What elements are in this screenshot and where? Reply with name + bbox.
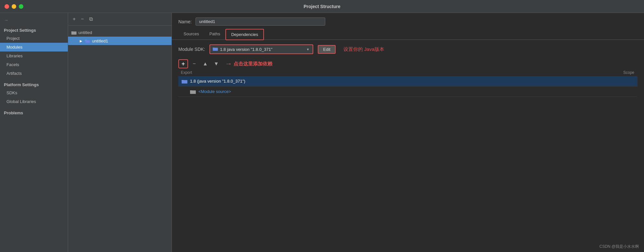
deps-up-button[interactable]: ▲ — [200, 59, 210, 68]
tree-add-button[interactable]: + — [71, 16, 77, 23]
deps-down-button[interactable]: ▼ — [211, 59, 221, 68]
deps-toolbar: + − ▲ ▼ → 点击这里添加依赖 — [172, 57, 644, 70]
sdk-label: Module SDK: — [178, 47, 205, 52]
scope-label: Scope — [623, 70, 638, 75]
deps-add-button[interactable]: + — [178, 59, 188, 68]
tree-item-untitled1[interactable]: ▶ untitled1 — [68, 37, 172, 45]
dep-jdk-label: 1.8 (java version "1.8.0_371") — [190, 79, 245, 84]
svg-rect-11 — [182, 80, 187, 83]
name-input[interactable] — [196, 17, 325, 26]
tab-dependencies[interactable]: Dependencies — [225, 29, 264, 40]
sdk-select[interactable]: 1.8 java version "1.8.0_371" ▼ — [209, 44, 313, 54]
tree-item-untitled-label: untitled — [78, 30, 92, 35]
name-label: Name: — [178, 19, 192, 24]
deps-table: 1.8 (java version "1.8.0_371") <Module s… — [178, 76, 638, 252]
deps-remove-button[interactable]: − — [189, 59, 199, 68]
sidebar-item-modules[interactable]: Modules — [0, 43, 68, 52]
maximize-button[interactable] — [19, 4, 23, 9]
credit-text: CSDN @我是小水水啊 — [599, 244, 639, 249]
sidebar-item-artifacts[interactable]: Artifacts — [0, 69, 68, 78]
footer-credit: CSDN @我是小水水啊 — [599, 244, 639, 249]
sdk-edit-button[interactable]: Edit — [318, 45, 335, 54]
minimize-button[interactable] — [12, 4, 16, 9]
title-bar: Project Structure — [0, 0, 644, 13]
sidebar-item-problems[interactable]: Problems — [0, 106, 68, 117]
svg-rect-2 — [72, 32, 76, 34]
name-row: Name: — [172, 13, 644, 29]
tree-chevron-icon: ▶ — [80, 39, 82, 43]
traffic-lights — [5, 4, 23, 9]
sdk-value: 1.8 java version "1.8.0_371" — [220, 47, 304, 52]
main-layout: → Project Settings Project Modules Libra… — [0, 13, 644, 252]
sidebar-item-project[interactable]: Project — [0, 34, 68, 43]
sdk-row: Module SDK: 1.8 java version "1.8.0_371"… — [172, 40, 644, 57]
sidebar-item-sdks[interactable]: SDKs — [0, 88, 68, 97]
sidebar-item-global-libraries[interactable]: Global Libraries — [0, 97, 68, 106]
folder-icon-untitled1 — [85, 38, 90, 43]
tab-sources[interactable]: Sources — [178, 29, 204, 40]
export-scope-row: Export Scope — [172, 70, 644, 76]
project-settings-section: Project Settings — [0, 25, 68, 34]
module-tree-panel: + − ⧉ untitled ▶ — [68, 13, 172, 252]
tree-copy-button[interactable]: ⧉ — [88, 16, 94, 23]
sdk-folder-icon — [213, 46, 218, 52]
platform-settings-section: Platform Settings — [0, 78, 68, 88]
tree-toolbar: + − ⧉ — [68, 13, 172, 26]
tab-paths[interactable]: Paths — [204, 29, 225, 40]
content-panel: Name: Sources Paths Dependencies Module … — [172, 13, 644, 252]
svg-rect-14 — [190, 91, 196, 94]
tree-item-untitled[interactable]: untitled — [68, 28, 172, 37]
sidebar: → Project Settings Project Modules Libra… — [0, 13, 68, 252]
folder-icon-untitled — [71, 30, 77, 35]
tree-content: untitled ▶ untitled1 — [68, 26, 172, 48]
dep-row-module-source[interactable]: <Module source> — [178, 86, 638, 97]
export-label: Export — [178, 70, 195, 75]
tree-remove-button[interactable]: − — [79, 16, 85, 23]
svg-rect-5 — [85, 40, 90, 43]
tabs-row: Sources Paths Dependencies — [172, 29, 644, 40]
dep-row-jdk[interactable]: 1.8 (java version "1.8.0_371") — [178, 76, 638, 86]
tree-item-untitled1-label: untitled1 — [92, 39, 108, 43]
dep-jdk-icon — [182, 79, 187, 84]
window-title: Project Structure — [304, 4, 340, 9]
add-arrow-icon: → — [225, 60, 232, 68]
nav-back-arrow[interactable]: → — [0, 16, 68, 25]
close-button[interactable] — [5, 4, 9, 9]
sdk-annotation: 设置你的 Java版本 — [343, 46, 384, 52]
svg-rect-8 — [213, 48, 218, 51]
add-annotation: 点击这里添加依赖 — [233, 61, 272, 67]
dep-module-source-label: <Module source> — [198, 89, 231, 94]
dep-module-source-icon — [190, 89, 196, 94]
sidebar-item-facets[interactable]: Facets — [0, 60, 68, 69]
sidebar-item-libraries[interactable]: Libraries — [0, 52, 68, 60]
sdk-dropdown-arrow-icon: ▼ — [306, 48, 310, 51]
